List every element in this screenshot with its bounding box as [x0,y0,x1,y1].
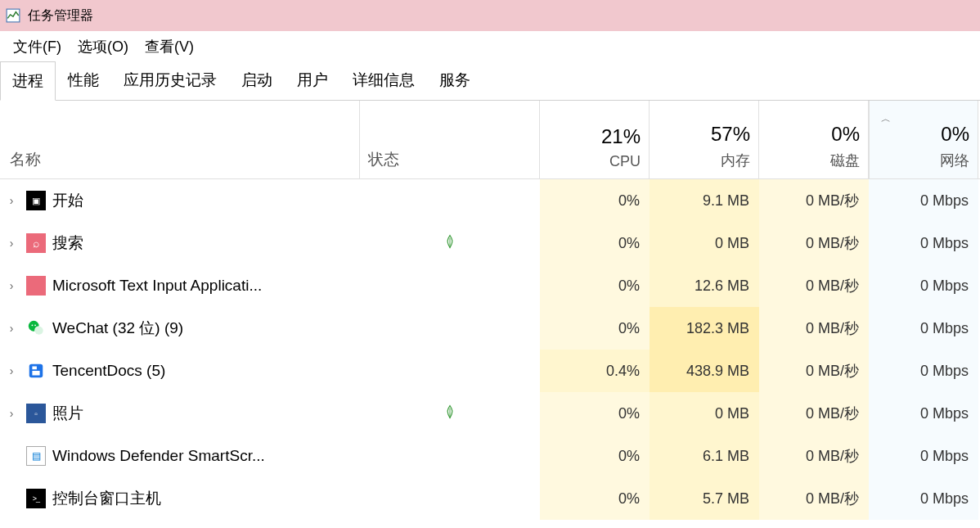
cell-name: ›搜索 [0,222,360,264]
process-name: WeChat (32 位) (9) [52,318,183,339]
header-disk[interactable]: 0% 磁盘 [759,101,869,178]
cell-status [360,350,540,392]
header-name[interactable]: 名称 [0,101,360,178]
menu-view[interactable]: 查看(V) [138,34,200,60]
cell-status [360,307,540,350]
expander-icon[interactable]: › [3,364,20,377]
cell-memory: 0 MB [650,392,759,435]
header-status[interactable]: 状态 [360,101,540,178]
cell-disk: 0 MB/秒 [759,435,869,477]
process-table: 名称 状态 21% CPU 57% 内存 0% 磁盘 ︿ 0% 网络 ›开始0%… [0,100,980,520]
tab-processes[interactable]: 进程 [0,61,56,101]
cpu-percent: 21% [601,125,641,148]
header-memory[interactable]: 57% 内存 [650,101,759,178]
cell-memory: 9.1 MB [650,179,759,222]
table-row[interactable]: ›照片0%0 MB0 MB/秒0 Mbps [0,392,980,435]
cell-disk: 0 MB/秒 [759,307,869,350]
sort-arrow-icon: ︿ [881,112,891,126]
expander-icon[interactable]: › [3,407,20,420]
cell-cpu: 0% [540,264,650,307]
process-icon [26,276,46,296]
cell-disk: 0 MB/秒 [759,477,869,520]
table-body: ›开始0%9.1 MB0 MB/秒0 Mbps›搜索0%0 MB0 MB/秒0 … [0,179,980,520]
cell-disk: 0 MB/秒 [759,264,869,307]
cell-cpu: 0% [540,222,650,264]
cell-status [360,179,540,222]
cell-cpu: 0% [540,435,650,477]
leaf-icon [443,234,457,253]
process-name: Windows Defender SmartScr... [52,447,265,465]
header-network[interactable]: ︿ 0% 网络 [869,101,978,178]
process-name: 控制台窗口主机 [52,488,161,509]
cell-status [360,392,540,435]
process-icon [26,404,46,423]
process-icon [26,489,46,508]
cpu-label: CPU [609,153,641,170]
svg-point-6 [34,324,36,326]
cell-memory: 0 MB [650,222,759,264]
header-cpu[interactable]: 21% CPU [540,101,650,178]
process-icon [26,446,46,466]
titlebar: 任务管理器 [0,0,980,31]
table-row[interactable]: ›Microsoft Text Input Applicati...0%12.6… [0,264,980,307]
mem-label: 内存 [721,151,750,170]
cell-name: 控制台窗口主机 [0,477,360,520]
table-row[interactable]: ›WeChat (32 位) (9)0%182.3 MB0 MB/秒0 Mbps [0,307,980,350]
tab-users[interactable]: 用户 [285,61,340,100]
table-row[interactable]: ›开始0%9.1 MB0 MB/秒0 Mbps [0,179,980,222]
menu-options[interactable]: 选项(O) [71,34,135,60]
cell-name: ›Microsoft Text Input Applicati... [0,264,360,307]
disk-percent: 0% [831,123,860,146]
tab-performance[interactable]: 性能 [56,61,111,100]
tab-startup[interactable]: 启动 [229,61,285,100]
process-name: 照片 [52,403,83,424]
cell-name: ›开始 [0,179,360,222]
cell-network: 0 Mbps [869,392,978,435]
process-name: TencentDocs (5) [52,362,165,380]
cell-network: 0 Mbps [869,435,978,477]
cell-memory: 182.3 MB [650,307,759,350]
svg-point-5 [32,324,34,326]
process-name: Microsoft Text Input Applicati... [52,277,262,295]
cell-memory: 438.9 MB [650,350,759,392]
cell-cpu: 0% [540,392,650,435]
cell-status [360,477,540,520]
cell-cpu: 0% [540,179,650,222]
expander-icon[interactable]: › [3,322,20,335]
cell-cpu: 0% [540,477,650,520]
cell-name: ›WeChat (32 位) (9) [0,307,360,350]
menu-file[interactable]: 文件(F) [7,34,68,60]
cell-network: 0 Mbps [869,264,978,307]
cell-cpu: 0.4% [540,350,650,392]
process-icon [26,361,46,381]
expander-icon[interactable]: › [3,237,20,250]
cell-memory: 5.7 MB [650,477,759,520]
svg-point-4 [35,327,43,335]
cell-network: 0 Mbps [869,477,978,520]
process-name: 搜索 [52,232,83,254]
table-row[interactable]: 控制台窗口主机0%5.7 MB0 MB/秒0 Mbps [0,477,980,520]
cell-status [360,264,540,307]
tab-services[interactable]: 服务 [427,61,483,100]
app-icon [5,7,21,24]
table-row[interactable]: ›搜索0%0 MB0 MB/秒0 Mbps [0,222,980,264]
process-name: 开始 [52,190,83,211]
table-row[interactable]: Windows Defender SmartScr...0%6.1 MB0 MB… [0,435,980,477]
cell-disk: 0 MB/秒 [759,392,869,435]
cell-network: 0 Mbps [869,307,978,350]
tab-app-history[interactable]: 应用历史记录 [111,61,229,100]
cell-name: Windows Defender SmartScr... [0,435,360,477]
table-header: 名称 状态 21% CPU 57% 内存 0% 磁盘 ︿ 0% 网络 [0,101,980,179]
cell-status [360,222,540,264]
table-row[interactable]: ›TencentDocs (5)0.4%438.9 MB0 MB/秒0 Mbps [0,350,980,392]
process-icon [26,318,46,338]
cell-disk: 0 MB/秒 [759,179,869,222]
cell-cpu: 0% [540,307,650,350]
cell-status [360,435,540,477]
expander-icon[interactable]: › [3,194,20,207]
cell-memory: 12.6 MB [650,264,759,307]
expander-icon[interactable]: › [3,279,20,292]
tab-details[interactable]: 详细信息 [340,61,427,100]
cell-disk: 0 MB/秒 [759,222,869,264]
cell-disk: 0 MB/秒 [759,350,869,392]
